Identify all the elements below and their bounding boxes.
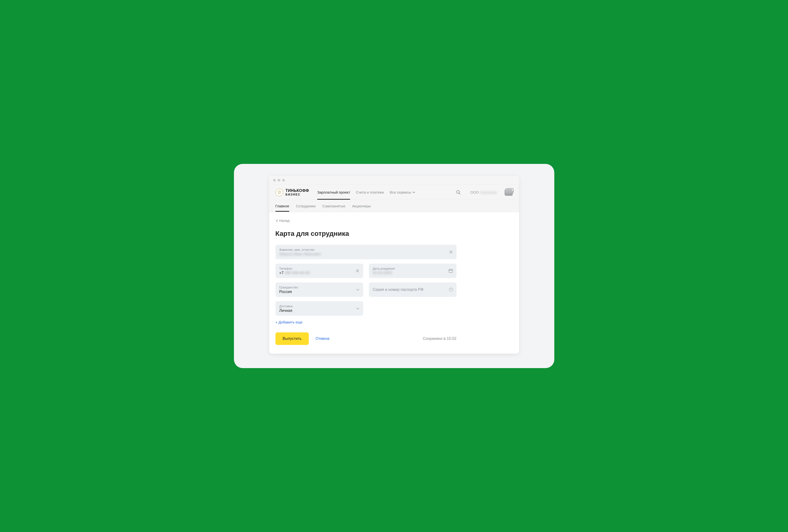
field-passport[interactable]: Серия и номер паспорта РФ (369, 282, 456, 297)
help-icon[interactable] (449, 288, 453, 292)
field-citizenship-label: Гражданство (279, 285, 359, 289)
window-chrome (269, 176, 519, 185)
field-dob[interactable]: Дата рождения 00.00.0000 (369, 263, 456, 278)
back-link[interactable]: Назад (275, 218, 513, 222)
window-dot-zoom[interactable] (282, 179, 285, 181)
brand-subtitle: БИЗНЕС (285, 193, 309, 196)
top-nav: Зарплатный проект Счета и платежи Все се… (317, 185, 415, 200)
org-selector[interactable]: ООО Компания (470, 190, 497, 194)
chevron-left-icon (275, 219, 278, 222)
brand-name: ТИНЬКОФФ (285, 189, 309, 193)
field-citizenship[interactable]: Гражданство Россия (275, 282, 363, 297)
submit-button[interactable]: Выпустить (275, 332, 309, 345)
top-header: ТИНЬКОФФ БИЗНЕС Зарплатный проект Счета … (269, 185, 519, 200)
search-icon (456, 190, 461, 195)
window-dot-close[interactable] (273, 179, 276, 181)
topnav-payroll[interactable]: Зарплатный проект (317, 185, 350, 200)
cancel-button[interactable]: Отмена (316, 336, 329, 341)
field-delivery[interactable]: Доставка Личная (275, 301, 363, 316)
back-label: Назад (279, 218, 290, 222)
brand-logo[interactable]: ТИНЬКОФФ БИЗНЕС (275, 189, 309, 196)
field-dob-label: Дата рождения (373, 267, 453, 270)
chevron-down-icon[interactable] (356, 307, 360, 310)
window-dot-minimize[interactable] (278, 179, 280, 181)
topnav-accounts[interactable]: Счета и платежи (356, 185, 384, 200)
field-fio-value: Иванов Иван Иванович (279, 252, 453, 256)
topnav-services[interactable]: Все сервисы (390, 185, 415, 200)
field-phone[interactable]: Телефон +7 000 000-00-00 (275, 263, 363, 278)
sub-nav: Главное Сотрудники Самозанятые Акционеры (269, 200, 519, 212)
subnav-selfemployed[interactable]: Самозанятые (322, 201, 345, 212)
org-prefix: ООО (470, 190, 479, 194)
search-button[interactable] (454, 188, 462, 196)
field-passport-placeholder: Серия и номер паспорта РФ (373, 288, 453, 292)
subnav-shareholders[interactable]: Акционеры (352, 201, 371, 212)
svg-rect-1 (449, 269, 452, 273)
field-phone-label: Телефон (279, 267, 359, 270)
calendar-icon[interactable] (448, 269, 453, 273)
subnav-employees[interactable]: Сотрудники (296, 201, 316, 212)
topnav-services-label: Все сервисы (390, 190, 411, 194)
saved-status: Сохранено в 15:02 (423, 336, 456, 341)
chevron-down-icon (412, 191, 415, 194)
add-more-link[interactable]: + Добавить еще (275, 320, 513, 324)
field-dob-value: 00.00.0000 (373, 271, 453, 275)
clear-icon[interactable] (355, 269, 360, 273)
field-fio-label: Фамилия, имя, отчество (279, 248, 453, 252)
field-fio[interactable]: Фамилия, имя, отчество Иванов Иван Ивано… (275, 245, 456, 259)
brand-crest-icon (275, 189, 283, 196)
org-name: Компания (480, 190, 497, 194)
page-content: Назад Карта для сотрудника Фамилия, имя,… (269, 212, 519, 354)
wallet-icon[interactable] (505, 189, 513, 196)
clear-icon[interactable] (449, 250, 453, 254)
subnav-main[interactable]: Главное (275, 201, 289, 212)
page-title: Карта для сотрудника (275, 230, 513, 237)
field-citizenship-value: Россия (279, 290, 359, 294)
field-phone-value: +7 000 000-00-00 (279, 271, 359, 275)
field-delivery-label: Доставка (279, 304, 359, 308)
footer-actions: Выпустить Отмена Сохранено в 15:02 (275, 332, 456, 345)
chevron-down-icon[interactable] (356, 288, 360, 292)
field-delivery-value: Личная (279, 309, 359, 313)
app-window: ТИНЬКОФФ БИЗНЕС Зарплатный проект Счета … (269, 176, 519, 354)
